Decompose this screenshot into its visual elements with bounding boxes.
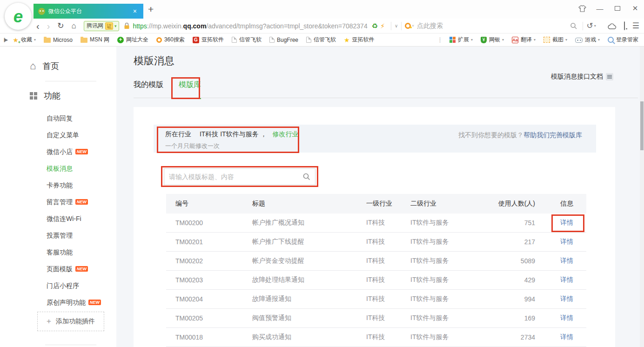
divider: [45, 81, 96, 81]
industry-label: 所在行业: [165, 130, 191, 138]
template-title: 购买成功通知: [252, 333, 366, 341]
detail-link[interactable]: 详情: [560, 219, 573, 226]
industry-level2: IT软件与服务: [410, 314, 490, 322]
modify-industry-link[interactable]: 修改行业: [272, 130, 298, 138]
browser-logo-icon[interactable]: e: [5, 3, 32, 30]
sidebar-item-auto-reply[interactable]: 自动回复: [47, 110, 101, 127]
back-button[interactable]: ‹: [36, 21, 40, 31]
site-identity-badge[interactable]: 腾讯网 证 ▾: [84, 21, 120, 31]
bookmark-overflow-icon[interactable]: ⋮: [437, 36, 443, 43]
tab-template-library[interactable]: 模版库: [179, 80, 201, 99]
site-badge-label: 腾讯网: [87, 22, 103, 30]
bookmark-yatuo-1[interactable]: G 亚拓软件: [193, 36, 224, 44]
sidebar-item-voting[interactable]: 投票管理: [47, 227, 101, 244]
close-button[interactable]: ✕: [631, 5, 639, 12]
url-text[interactable]: https://mp.weixin.qq.com/advanced/tmplms…: [133, 22, 367, 30]
translate-icon: Aa: [512, 37, 518, 43]
table-row: TM00203 故障处理结果通知 IT科技 IT软件与服务 429 详情: [166, 271, 586, 290]
sidebar-item-store-miniprogram[interactable]: 门店小程序: [47, 277, 101, 294]
forward-button[interactable]: ›: [47, 21, 50, 31]
scrollbar-thumb[interactable]: [640, 101, 644, 150]
history-undo-icon[interactable]: ↺: [586, 21, 593, 31]
bookmark-360-search[interactable]: 360搜索: [156, 36, 185, 44]
detail-link[interactable]: 详情: [560, 314, 573, 321]
sidebar-item-wifi[interactable]: 微信连Wi-Fi: [47, 210, 101, 227]
bookmark-site-nav[interactable]: + 网址大全: [117, 36, 148, 44]
mobile-icon[interactable]: [624, 22, 625, 30]
plus-icon: +: [47, 317, 51, 326]
industry-info: 所在行业 IT科技 IT软件与服务 ， 修改行业 一个月只能修改一次: [154, 125, 298, 153]
home-button[interactable]: ⌂: [72, 22, 76, 30]
user-count: 429: [490, 276, 547, 284]
api-doc-link[interactable]: 模版消息接口文档: [551, 73, 613, 81]
template-search-input[interactable]: [164, 168, 315, 185]
page-scrollbar[interactable]: [640, 47, 644, 347]
col-header-industry2: 二级行业: [410, 200, 490, 208]
toolbar-translate[interactable]: Aa 翻译 ▾: [512, 36, 536, 44]
bookmark-bugfree[interactable]: BugFree: [269, 37, 298, 43]
sidebar-item-home[interactable]: ⌂ 首页: [30, 58, 59, 74]
sidebar-item-customer-service[interactable]: 客服功能: [47, 244, 101, 260]
menu-icon[interactable]: ☰: [632, 21, 639, 31]
detail-link[interactable]: 详情: [560, 276, 573, 283]
refresh-button[interactable]: ↻: [57, 22, 64, 30]
template-id: TM00202: [166, 257, 252, 265]
browser-tab[interactable]: 微信公众平台 ×: [34, 4, 143, 19]
sidebar-item-page-template[interactable]: 页面模版NEW: [47, 260, 101, 277]
lock-icon: [124, 22, 130, 29]
undo-dropdown-icon[interactable]: ▾: [594, 24, 596, 28]
cloud-sync-icon[interactable]: [607, 23, 617, 29]
sidebar-item-wechat-store[interactable]: 微信小店NEW: [47, 143, 101, 160]
sidebar-item-comment-management[interactable]: 留言管理NEW: [47, 194, 101, 210]
bookmark-yatuo-2[interactable]: ★ 亚拓软件: [344, 36, 375, 44]
tab-my-templates[interactable]: 我的模版: [134, 80, 163, 99]
toolbar-extensions[interactable]: 扩展 ▾: [449, 36, 473, 44]
detail-link[interactable]: 详情: [560, 238, 573, 245]
template-id: TM00018: [166, 334, 252, 341]
table-row: TM00204 故障通报通知 IT科技 IT软件与服务 994 详情: [166, 290, 586, 309]
bookmark-favorites[interactable]: ★+ 收藏 ▾: [13, 36, 36, 44]
toolbar-screenshot[interactable]: 截图 ▾: [543, 36, 567, 44]
minimize-button[interactable]: —: [596, 5, 604, 12]
folder-icon: [80, 38, 87, 43]
no-trace-icon[interactable]: ♻: [372, 22, 378, 30]
search-icon[interactable]: [570, 22, 577, 30]
table-header: 编号 标题 一级行业 二级行业 使用人数(人) 信息: [166, 194, 586, 214]
bookmark-xinguanfei-1[interactable]: 信管飞软: [232, 36, 262, 44]
user-count: 217: [490, 238, 547, 246]
toolbar-online-banking[interactable]: ¥ 网银 ▾: [481, 36, 504, 44]
new-badge: NEW: [75, 149, 88, 154]
improve-library-link[interactable]: 帮助我们完善模版库: [523, 131, 582, 139]
search-engine-dropdown-icon[interactable]: ˅: [412, 24, 414, 28]
sidebar-item-card-coupon[interactable]: 卡券功能: [47, 177, 101, 194]
browser-search-box[interactable]: ˅ 点此搜索: [405, 22, 570, 30]
sidebar-item-template-message[interactable]: 模板消息: [47, 160, 101, 177]
green-plus-icon: +: [117, 37, 124, 43]
sidebar-item-custom-menu[interactable]: 自定义菜单: [47, 127, 101, 143]
sidebar-item-original-statement[interactable]: 原创声明功能NEW: [47, 294, 101, 311]
bookmark-folder-msn[interactable]: MSN 网: [80, 36, 109, 44]
chevron-down-icon: ▾: [34, 38, 36, 42]
detail-link[interactable]: 详情: [560, 257, 573, 264]
add-plugin-button[interactable]: + 添加功能插件: [37, 312, 104, 331]
maximize-button[interactable]: [613, 5, 622, 12]
speed-boost-icon[interactable]: ⚡: [380, 22, 385, 30]
toolbar-games[interactable]: 游戏 ▾: [575, 36, 600, 44]
sidebar-expand-icon[interactable]: |▶: [4, 37, 7, 43]
url-dropdown-icon[interactable]: ∨: [395, 23, 398, 28]
industry-banner: 所在行业 IT科技 IT软件与服务 ， 修改行业 一个月只能修改一次 找不到你想…: [154, 125, 596, 153]
new-tab-button[interactable]: +: [148, 5, 154, 14]
page-title: 模版消息: [134, 54, 174, 68]
bookmark-folder-microso[interactable]: Microso: [44, 37, 73, 43]
search-icon[interactable]: [303, 173, 310, 180]
theme-skin-icon[interactable]: [578, 5, 586, 12]
detail-link[interactable]: 详情: [560, 295, 573, 302]
industry-level1: IT科技: [366, 333, 410, 341]
360-search-icon: [405, 23, 411, 29]
detail-link[interactable]: 详情: [560, 333, 573, 340]
tab-close-icon[interactable]: ×: [131, 7, 139, 15]
bookmark-xinguanfei-2[interactable]: 信管飞软: [306, 36, 336, 44]
template-id: TM00200: [166, 219, 252, 227]
toolbar-login-manager[interactable]: 登录管家: [608, 36, 638, 44]
screenshot-icon: [543, 37, 550, 43]
